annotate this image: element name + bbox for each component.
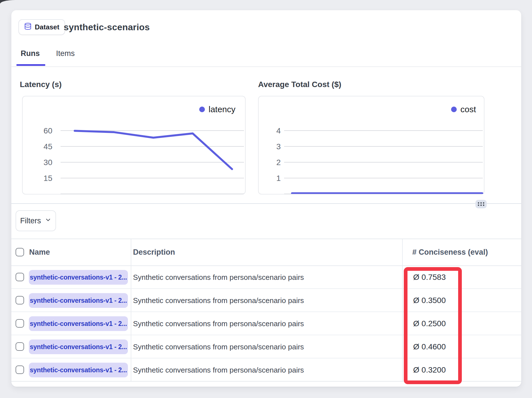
svg-text:cost: cost — [460, 105, 476, 114]
filters-button[interactable]: Filters — [16, 210, 56, 231]
tabs-divider — [11, 66, 521, 67]
run-name-link[interactable]: synthetic-conversations-v1 - 2... — [29, 316, 128, 331]
svg-text:2: 2 — [276, 158, 281, 167]
chart-latency-svg: 60453015latency — [23, 96, 245, 194]
filters-label: Filters — [20, 217, 41, 225]
active-tab-indicator — [16, 64, 45, 66]
section-divider — [11, 203, 521, 204]
run-description: Synthetic conversations from persona/sce… — [133, 312, 304, 335]
badge-label: Dataset — [35, 23, 59, 31]
svg-text:latency: latency — [209, 105, 235, 114]
chevron-down-icon — [45, 217, 52, 225]
row-checkbox[interactable] — [16, 365, 24, 374]
run-description: Synthetic conversations from persona/sce… — [133, 289, 304, 312]
row-checkbox[interactable] — [16, 342, 24, 351]
dataset-type-badge: Dataset — [18, 19, 65, 35]
annotation-highlight-box — [404, 267, 462, 384]
select-all-checkbox[interactable] — [16, 248, 24, 256]
svg-text:30: 30 — [44, 158, 52, 167]
svg-text:60: 60 — [44, 126, 52, 135]
column-header-description[interactable]: Description — [133, 244, 175, 260]
app-background: Dataset synthetic-scenarios Runs Items L… — [0, 0, 532, 398]
latency-chart: 60453015latency — [22, 96, 246, 194]
row-checkbox[interactable] — [16, 273, 24, 281]
column-header-conciseness[interactable]: # Conciseness (eval) — [412, 244, 488, 260]
svg-text:4: 4 — [276, 126, 281, 135]
row-checkbox[interactable] — [16, 296, 24, 304]
page-title: synthetic-scenarios — [64, 19, 150, 35]
row-checkbox[interactable] — [16, 319, 24, 328]
run-name-link[interactable]: synthetic-conversations-v1 - 2... — [29, 339, 128, 354]
svg-text:15: 15 — [44, 174, 52, 183]
grip-dots-icon[interactable] — [475, 200, 487, 208]
run-description: Synthetic conversations from persona/sce… — [133, 266, 304, 289]
cost-chart-title: Average Total Cost ($) — [258, 80, 341, 89]
run-name-link[interactable]: synthetic-conversations-v1 - 2... — [29, 363, 128, 377]
latency-chart-title: Latency (s) — [20, 80, 62, 89]
tab-items[interactable]: Items — [56, 49, 75, 58]
run-description: Synthetic conversations from persona/sce… — [133, 358, 304, 382]
tab-runs[interactable]: Runs — [21, 49, 40, 58]
database-icon — [24, 22, 32, 32]
cost-chart: 4321cost — [258, 96, 484, 194]
column-header-name[interactable]: Name — [29, 244, 50, 260]
run-description: Synthetic conversations from persona/sce… — [133, 335, 304, 358]
chart-cost-svg: 4321cost — [259, 96, 484, 194]
run-name-link[interactable]: synthetic-conversations-v1 - 2... — [29, 270, 128, 285]
run-name-link[interactable]: synthetic-conversations-v1 - 2... — [29, 293, 128, 308]
svg-text:3: 3 — [276, 142, 281, 151]
svg-text:45: 45 — [44, 142, 52, 151]
svg-text:1: 1 — [276, 174, 281, 183]
table-top-border — [11, 239, 521, 239]
